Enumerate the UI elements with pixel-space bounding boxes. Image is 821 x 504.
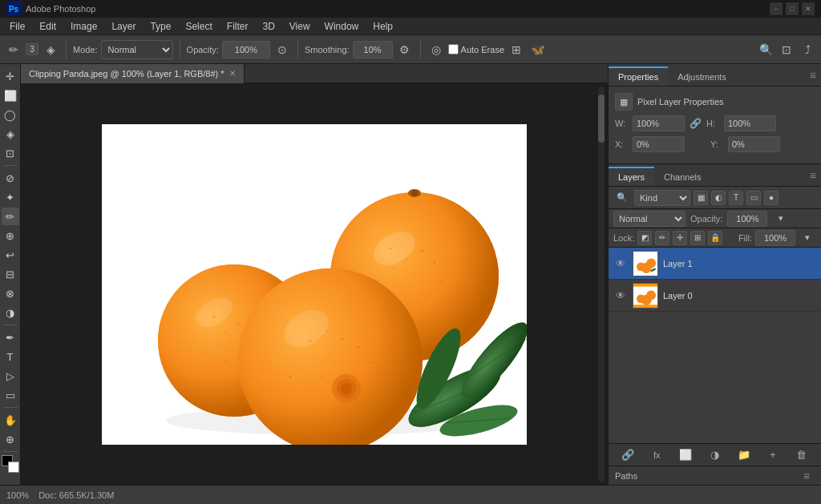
move-tool[interactable]: ✛ bbox=[2, 67, 19, 85]
filter-smart-icon[interactable]: ● bbox=[764, 191, 779, 205]
lasso-tool[interactable]: ◯ bbox=[2, 106, 19, 123]
mode-select[interactable]: Normal bbox=[101, 40, 173, 59]
marquee-tool[interactable]: ⬜ bbox=[2, 87, 19, 104]
maximize-button[interactable]: □ bbox=[786, 2, 799, 15]
opacity-input[interactable]: 100% bbox=[222, 41, 270, 58]
clone-tool[interactable]: ⊕ bbox=[2, 227, 19, 244]
close-button[interactable]: ✕ bbox=[802, 2, 815, 15]
auto-erase-checkbox[interactable]: Auto Erase bbox=[448, 44, 504, 54]
layer-visibility-layer1[interactable]: 👁 bbox=[613, 256, 628, 271]
lt-separator-2 bbox=[3, 325, 18, 325]
lock-pixels-icon[interactable]: ✏ bbox=[655, 231, 669, 245]
filter-type-icon[interactable]: T bbox=[729, 191, 743, 205]
link-icon[interactable]: 🔗 bbox=[690, 118, 702, 129]
menu-help[interactable]: Help bbox=[366, 19, 399, 34]
eyedropper-tool[interactable]: ⊘ bbox=[2, 169, 19, 187]
layer-item-layer1[interactable]: 👁 Layer 1 bbox=[609, 248, 821, 280]
opacity-toggle[interactable]: ▾ bbox=[772, 210, 790, 228]
type-tool[interactable]: T bbox=[2, 348, 19, 365]
add-mask-button[interactable]: ⬜ bbox=[677, 446, 694, 464]
menu-select[interactable]: Select bbox=[179, 19, 218, 34]
layers-menu-icon[interactable]: ≡ bbox=[810, 169, 816, 182]
new-adjustment-button[interactable]: ◑ bbox=[706, 446, 723, 464]
smoothing-input[interactable]: 10% bbox=[353, 41, 393, 58]
tab-properties[interactable]: Properties bbox=[609, 67, 668, 86]
zoom-tool[interactable]: ⊕ bbox=[2, 430, 19, 448]
menu-image[interactable]: Image bbox=[64, 19, 103, 34]
share-icon[interactable]: ⤴ bbox=[799, 41, 816, 58]
w-input[interactable] bbox=[633, 115, 685, 131]
opacity-input[interactable] bbox=[727, 211, 767, 227]
lock-artboard-icon[interactable]: ⊞ bbox=[690, 231, 705, 245]
tool-preset-icon[interactable]: ✏ bbox=[5, 41, 22, 58]
layer-thumb-layer0 bbox=[633, 283, 658, 308]
eraser-tool[interactable]: ⊟ bbox=[2, 265, 19, 283]
layer-item-layer0[interactable]: 👁 Layer 0 bbox=[609, 280, 821, 312]
menu-layer[interactable]: Layer bbox=[105, 19, 142, 34]
tab-layers[interactable]: Layers bbox=[609, 167, 654, 186]
workspace-icon[interactable]: ⊡ bbox=[778, 41, 795, 58]
menu-3d[interactable]: 3D bbox=[256, 19, 281, 34]
lock-all-icon[interactable]: 🔒 bbox=[708, 231, 722, 245]
new-group-button[interactable]: 📁 bbox=[735, 446, 753, 464]
gradient-tool[interactable]: ⊗ bbox=[2, 284, 19, 302]
canvas-content[interactable] bbox=[21, 84, 608, 485]
paths-menu-icon[interactable]: ≡ bbox=[803, 470, 810, 482]
properties-menu-icon[interactable]: ≡ bbox=[810, 69, 816, 82]
lock-position-icon[interactable]: ✛ bbox=[673, 231, 687, 245]
hand-tool[interactable]: ✋ bbox=[2, 411, 19, 429]
foreground-background-colors[interactable] bbox=[2, 455, 19, 473]
h-input[interactable] bbox=[724, 115, 776, 131]
history-brush-tool[interactable]: ↩ bbox=[2, 246, 19, 264]
menu-window[interactable]: Window bbox=[318, 19, 366, 34]
link-layers-button[interactable]: 🔗 bbox=[619, 446, 637, 464]
tab-adjustments[interactable]: Adjustments bbox=[668, 67, 736, 86]
filter-shape-icon[interactable]: ▭ bbox=[746, 191, 761, 205]
svg-point-58 bbox=[641, 294, 652, 304]
paths-tab-label[interactable]: Paths bbox=[615, 471, 637, 481]
filter-kind-select[interactable]: Kind bbox=[634, 190, 690, 206]
delete-layer-button[interactable]: 🗑 bbox=[793, 446, 811, 464]
search-icon[interactable]: 🔍 bbox=[757, 41, 774, 58]
dodge-tool[interactable]: ◑ bbox=[2, 304, 19, 321]
shape-tool[interactable]: ▭ bbox=[2, 386, 19, 404]
canvas-tab[interactable]: Clipping Panda.jpeg @ 100% (Layer 1, RGB… bbox=[21, 64, 245, 83]
blend-mode-select[interactable]: Normal bbox=[613, 211, 686, 227]
menu-file[interactable]: File bbox=[3, 19, 31, 34]
smoothing-settings-icon[interactable]: ⚙ bbox=[396, 41, 414, 58]
lock-transparent-icon[interactable]: ◩ bbox=[637, 231, 652, 245]
x-input[interactable] bbox=[633, 136, 685, 152]
menu-view[interactable]: View bbox=[283, 19, 317, 34]
canvas-scroll-thumb[interactable] bbox=[598, 95, 605, 143]
fx-button[interactable]: fx bbox=[648, 446, 665, 464]
menu-type[interactable]: Type bbox=[144, 19, 177, 34]
pen-tool[interactable]: ✒ bbox=[2, 329, 19, 346]
crop-tool[interactable]: ⊡ bbox=[2, 144, 19, 162]
canvas-scrollbar[interactable] bbox=[598, 87, 605, 482]
pressure-icon[interactable]: ◎ bbox=[427, 41, 445, 58]
filter-toggle-icon[interactable]: 🔍 bbox=[613, 189, 631, 207]
quick-select-tool[interactable]: ◈ bbox=[2, 125, 19, 143]
layer-visibility-layer0[interactable]: 👁 bbox=[613, 288, 628, 303]
menu-filter[interactable]: Filter bbox=[220, 19, 255, 34]
spot-heal-tool[interactable]: ✦ bbox=[2, 188, 19, 206]
canvas-tab-close[interactable]: ✕ bbox=[229, 69, 236, 78]
filter-pixel-icon[interactable]: ▦ bbox=[694, 191, 708, 205]
menu-edit[interactable]: Edit bbox=[33, 19, 63, 34]
brush-tool[interactable]: ✏ bbox=[2, 208, 19, 225]
path-select-tool[interactable]: ▷ bbox=[2, 367, 19, 385]
y-input[interactable] bbox=[728, 136, 780, 152]
new-layer-button[interactable]: + bbox=[764, 446, 782, 464]
fill-input[interactable] bbox=[755, 230, 795, 246]
filter-adjust-icon[interactable]: ◐ bbox=[711, 191, 726, 205]
w-label: W: bbox=[615, 119, 628, 128]
properties-wh-row: W: 🔗 H: bbox=[615, 115, 815, 131]
brush-settings-icon[interactable]: ◈ bbox=[42, 41, 59, 58]
tab-channels[interactable]: Channels bbox=[654, 167, 710, 186]
window-controls: – □ ✕ bbox=[770, 2, 815, 15]
extra-icon[interactable]: 🦋 bbox=[528, 41, 546, 58]
align-icon[interactable]: ⊞ bbox=[508, 41, 525, 58]
minimize-button[interactable]: – bbox=[770, 2, 783, 15]
opacity-toggle-icon[interactable]: ⊙ bbox=[273, 41, 291, 58]
fill-toggle[interactable]: ▾ bbox=[799, 229, 816, 247]
